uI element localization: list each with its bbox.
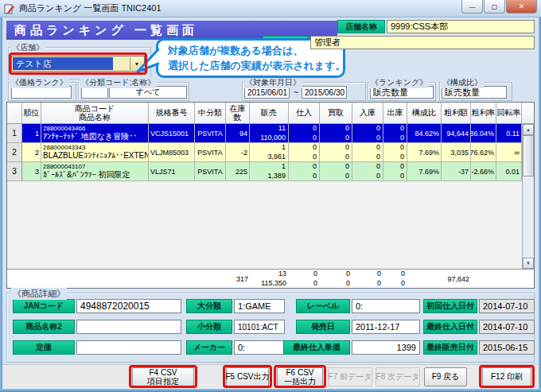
cell-buyback: 00: [320, 143, 352, 161]
cell-rowno: 2: [7, 143, 22, 161]
col-header-rowno: [7, 103, 22, 123]
table-row[interactable]: 2 2 288000043343 BLAZBLUEｺﾝﾃｨﾆｭｱﾑ･･EXTEN…: [7, 143, 534, 162]
cell-rowno: 3: [7, 162, 22, 180]
f12-print-button[interactable]: F12 印刷: [482, 367, 531, 386]
total-stock: 317: [226, 270, 250, 288]
detail-title: 《商品詳細》: [11, 288, 67, 300]
category-label: 《分類コード:名称》: [80, 77, 157, 88]
cell-out: 00: [383, 124, 407, 142]
cell-in-qty: 0: [376, 124, 380, 133]
cell-purchase: 00: [289, 162, 320, 180]
title-bar[interactable]: 商品ランキング 一覧画面 TNIC2401 — ▢ ✕: [0, 0, 541, 17]
total-name: [41, 270, 149, 288]
cell-sales: 11110,000: [250, 124, 289, 142]
cell-in: 00: [352, 143, 383, 161]
close-button[interactable]: ✕: [506, 0, 537, 14]
table-row[interactable]: 3 3 288000043107 ｶﾞｰﾙｽﾞ&ﾊﾟﾝﾂｧｰ 初回限定 VLJS…: [7, 162, 534, 181]
app-window: 商品ランキング 一覧画面 TNIC2401 — ▢ ✕ 商品ランキング 一覧画面…: [0, 0, 541, 392]
price-rank-label: 《価格ランク》: [10, 77, 69, 88]
cell-buyback-qty: 0: [345, 143, 349, 152]
cell-turnover: 0.11: [496, 124, 522, 142]
total-turnover: [496, 270, 522, 288]
f8-next-data-button: F8 次データ: [376, 367, 420, 386]
minor-class-label: 小分類: [186, 320, 232, 334]
f4-csv-items-button[interactable]: F4 CSV 項目指定: [132, 367, 194, 386]
scrollbar-thumb[interactable]: [523, 135, 534, 177]
cell-midclass: PSVITA: [195, 143, 226, 161]
f5-csv-export-button[interactable]: F5 CSV出力: [226, 367, 269, 386]
f4-line1: F4 CSV: [149, 368, 177, 378]
total-sales: 13115,350: [250, 270, 289, 288]
cell-purchase-amt: 0: [313, 134, 317, 142]
cell-spec: VLJS71: [149, 162, 195, 180]
cell-midclass: PSVITA: [195, 162, 226, 180]
period-label: 《対象年月日》: [243, 77, 302, 88]
callout-line2: 選択した店舗の実績が表示されます。: [168, 58, 343, 74]
callout-tail: [135, 48, 159, 75]
total-purchase-qty: 0: [313, 270, 317, 278]
col-header-stock: 在庫数: [226, 103, 250, 123]
cell-rank: 1: [22, 124, 41, 142]
scroll-up-icon[interactable]: ▲: [523, 124, 534, 135]
name2-label: 商品名称2: [13, 320, 75, 334]
col-header-name: 商品名称: [79, 113, 111, 122]
cell-grossprofit: 3,035: [442, 143, 471, 161]
total-rank: [22, 270, 41, 288]
app-icon: [4, 3, 15, 14]
cell-profitrate: 86.04%: [471, 124, 496, 142]
scroll-down-icon[interactable]: ▼: [523, 258, 534, 269]
record-label-label: レーベル: [296, 299, 350, 313]
major-class-label: 大分類: [186, 299, 232, 313]
col-header-in: 入庫: [352, 103, 383, 123]
total-out: 00: [383, 270, 407, 288]
maximize-button[interactable]: ▢: [484, 0, 505, 14]
store-name-value: 9999:CSS本部: [387, 20, 535, 33]
col-header-filler: [522, 103, 534, 123]
cell-rank: 3: [22, 162, 41, 180]
cell-stock: 94: [226, 124, 250, 142]
release-date-label: 発売日: [296, 320, 350, 334]
cell-sales-amt: 1,389: [267, 172, 286, 180]
cell-code-name: 288000043343 BLAZBLUEｺﾝﾃｨﾆｭｱﾑ･･EXTEND: [41, 143, 149, 161]
jan-label: JANコード: [13, 299, 75, 313]
maker-value: 0:: [234, 340, 285, 355]
list-price-value: [76, 340, 181, 355]
cell-purchase: 00: [289, 124, 320, 142]
total-in-qty: 0: [377, 270, 381, 278]
table-row[interactable]: 1 1 288000043466 ｱﾝﾁｬｰﾃｯﾄﾞ 地図なき冒険･･ VCJS…: [7, 124, 534, 143]
cell-sales-qty: 1: [282, 162, 286, 171]
cell-composition: 7.69%: [407, 162, 442, 180]
last-cost-value: 1399: [352, 340, 420, 355]
total-buyback: 00: [320, 270, 352, 288]
store-group-label: 《店舗》: [10, 42, 45, 53]
cell-name: ｱﾝﾁｬｰﾃｯﾄﾞ 地図なき冒険･･: [43, 132, 137, 142]
total-profitrate: [471, 270, 496, 288]
ranking-table: 順位 商品コード 商品名称 規格番号 中分類 在庫数 販売 仕入 買取 入庫 出…: [6, 102, 535, 289]
cell-spec: VLJM85003: [149, 143, 195, 161]
total-composition: [407, 270, 442, 288]
cell-stock: -2: [226, 143, 250, 161]
f4-line2: 項目指定: [147, 377, 179, 386]
table-scrollbar[interactable]: ▲ ▼: [522, 124, 534, 269]
total-sales-qty: 13: [278, 270, 286, 278]
total-sales-amt: 115,350: [261, 279, 286, 288]
composition-label: 《構成比》: [441, 77, 484, 88]
first-purchase-date-label: 初回仕入日付: [423, 299, 477, 313]
cell-in: 00: [352, 124, 383, 142]
last-sale-date-label: 最終販売日付: [423, 340, 477, 355]
f7-prev-data-button: F7 前データ: [328, 367, 372, 386]
f6-csv-batch-export-button[interactable]: F6 CSV 一括出力: [277, 367, 323, 386]
cell-rank: 2: [22, 143, 41, 161]
f9-back-button[interactable]: F9 戻る: [424, 367, 467, 386]
cell-sales-qty: 1: [282, 143, 286, 152]
store-combobox[interactable]: テスト店 ▼: [11, 56, 145, 72]
release-date-value: 2011-12-17: [352, 320, 420, 334]
minimize-button[interactable]: —: [461, 0, 483, 14]
cell-sales: 13,961: [250, 143, 289, 161]
cell-purchase-qty: 0: [313, 162, 317, 171]
period-to-input[interactable]: 2015/06/30: [302, 86, 347, 99]
window-title: 商品ランキング 一覧画面 TNIC2401: [19, 2, 162, 14]
cell-code: 288000043343: [43, 144, 85, 151]
cell-purchase-amt: 0: [313, 172, 317, 180]
cell-in-amt: 0: [376, 153, 380, 161]
